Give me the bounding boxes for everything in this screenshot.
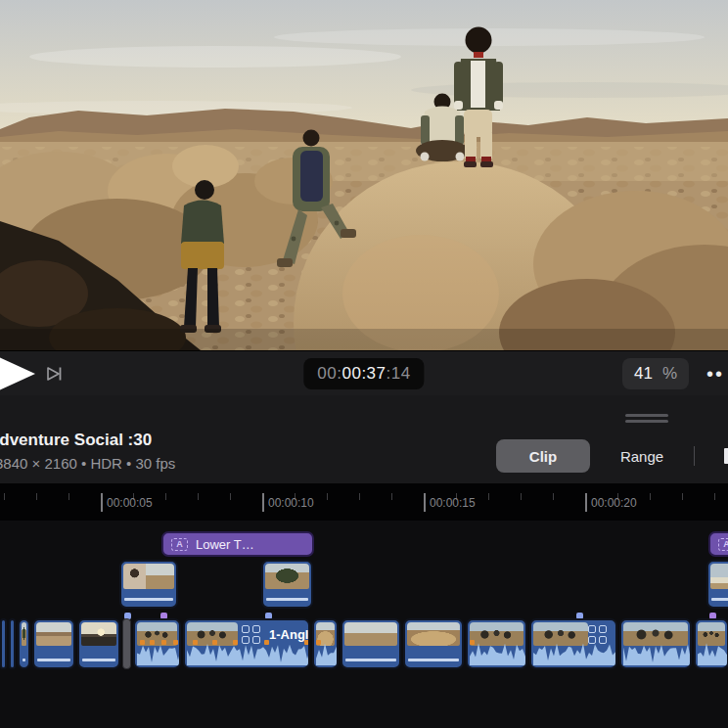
- connected-clip[interactable]: [706, 560, 728, 609]
- ruler-minor-tick: [650, 493, 651, 500]
- timeline-clip[interactable]: [619, 618, 692, 669]
- ruler-minor-tick: [488, 493, 489, 500]
- clip-thumbnail: [265, 564, 309, 589]
- video-viewer[interactable]: [0, 0, 728, 350]
- timecode-display[interactable]: 00:00:37:14: [303, 358, 424, 389]
- clip-thumbnail: [710, 564, 728, 589]
- gap-clip[interactable]: [122, 618, 131, 669]
- timeline-clip[interactable]: [32, 618, 75, 669]
- more-options-icon[interactable]: ••: [706, 363, 728, 385]
- clip-thumbnail: [36, 622, 71, 646]
- audio-waveform: [533, 642, 617, 665]
- connected-clip[interactable]: [261, 560, 313, 609]
- zoom-level-button[interactable]: 41 %: [622, 358, 689, 389]
- ruler-minor-tick: [68, 493, 69, 500]
- audio-waveform: [137, 642, 181, 665]
- skip-forward-icon[interactable]: [45, 364, 65, 384]
- viewer-frame-desert-scene: [0, 0, 728, 350]
- audio-waveform: [316, 642, 339, 665]
- clip-marker: [173, 640, 178, 645]
- title-A-icon: A: [718, 538, 728, 551]
- play-icon[interactable]: [0, 350, 39, 397]
- ruler-minor-tick: [230, 493, 231, 500]
- ruler-major-tick: [101, 493, 103, 512]
- clip-stripe: [345, 659, 396, 661]
- clip-marker: [316, 640, 321, 645]
- project-specs: 3840 × 2160 • HDR • 30 fps: [0, 455, 175, 472]
- title-clip[interactable]: A: [708, 531, 728, 557]
- clip-marker: [264, 640, 269, 645]
- ruler-label: 00:00:15: [430, 496, 476, 510]
- ruler-minor-tick: [391, 493, 392, 500]
- audio-waveform: [470, 642, 527, 665]
- timeline-clip[interactable]: [403, 618, 464, 669]
- timeline-clip[interactable]: [9, 618, 16, 669]
- clip-stripe: [266, 598, 308, 601]
- clip-marker: [233, 640, 238, 645]
- ruler-minor-tick: [553, 493, 554, 500]
- timeline-clip[interactable]: [133, 618, 181, 669]
- timeline-ruler[interactable]: 00:00:0500:00:1000:00:1500:00:20: [0, 483, 728, 521]
- timeline-header-panel: Adventure Social :30 3840 × 2160 • HDR •…: [0, 395, 728, 483]
- ruler-minor-tick: [198, 493, 199, 500]
- clip-marker: [304, 640, 309, 645]
- timecode-hours: 00:: [317, 364, 341, 384]
- ruler-minor-tick: [4, 493, 5, 500]
- ruler-label: 00:00:05: [107, 496, 153, 510]
- ruler-major-tick: [585, 493, 587, 512]
- timeline-clip[interactable]: [0, 618, 7, 669]
- segment-range[interactable]: Range: [590, 439, 694, 473]
- clip-thumbnail: [344, 622, 397, 646]
- ruler-minor-tick: [327, 493, 328, 500]
- connected-clip[interactable]: [119, 560, 178, 609]
- percent-sign: %: [662, 364, 677, 384]
- transport-bar: 00:00:37:14 41 % ••: [0, 350, 728, 395]
- ruler-minor-tick: [36, 493, 37, 500]
- clip-marker: [470, 640, 475, 645]
- clip-range-switch: Clip Range: [496, 439, 728, 473]
- clip-stripe: [711, 598, 728, 601]
- timeline-clip[interactable]: [312, 618, 339, 669]
- segment-cropped[interactable]: [695, 439, 728, 473]
- clip-thumbnail: [123, 564, 174, 589]
- multicam-clip[interactable]: 1-Angl…: [183, 618, 310, 669]
- timeline-clip[interactable]: [466, 618, 527, 669]
- clip-marker: [193, 640, 198, 645]
- title-clip-label: Lower T…: [196, 537, 254, 552]
- segment-clip[interactable]: Clip: [496, 439, 590, 473]
- ruler-minor-tick: [165, 493, 166, 500]
- zoom-value: 41: [634, 364, 653, 384]
- clip-stripe: [124, 598, 173, 601]
- video-editor-app: 00:00:37:14 41 % •• Adventure Social :30…: [0, 0, 728, 728]
- ruler-label: 00:00:20: [591, 496, 637, 510]
- ruler-label: 00:00:10: [268, 496, 314, 510]
- timeline-clip[interactable]: [18, 618, 30, 669]
- clip-stripe: [82, 659, 115, 661]
- clip-marker: [140, 640, 145, 645]
- audio-waveform: [698, 642, 728, 665]
- ruler-minor-tick: [359, 493, 360, 500]
- timecode-frames: :14: [387, 364, 411, 384]
- clip-stripe: [23, 659, 25, 661]
- clip-stripe: [408, 659, 459, 661]
- timeline-clip[interactable]: [694, 618, 728, 669]
- ruler-minor-tick: [521, 493, 522, 500]
- timeline-clip[interactable]: [341, 618, 401, 669]
- timeline-clip[interactable]: [77, 618, 120, 669]
- title-A-icon: A: [171, 538, 188, 551]
- multicam-clip[interactable]: [529, 618, 617, 669]
- timecode-main: 00:37: [341, 364, 386, 384]
- audio-waveform: [187, 642, 310, 665]
- clip-thumbnail: [407, 622, 460, 646]
- ruler-minor-tick: [714, 493, 715, 500]
- clip-thumbnail: [81, 622, 116, 646]
- ruler-major-tick: [424, 493, 426, 512]
- ruler-minor-tick: [682, 493, 683, 500]
- clip-marker: [212, 640, 217, 645]
- clip-stripe: [37, 659, 70, 661]
- drag-handle[interactable]: [625, 414, 668, 426]
- clip-thumbnail: [22, 622, 26, 646]
- clip-marker: [150, 640, 155, 645]
- title-clip[interactable]: ALower T…: [161, 531, 314, 557]
- timeline-tracks[interactable]: ALower T…A1-Angl…: [0, 521, 728, 728]
